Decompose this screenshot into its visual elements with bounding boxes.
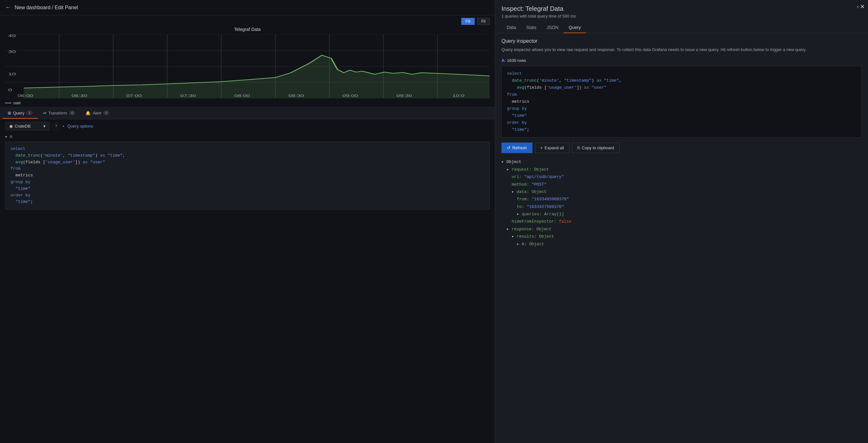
tree-results: ▸ results: Object	[512, 233, 862, 240]
refresh-icon: ↺	[507, 146, 510, 150]
transform-tab-icon: ⇌	[43, 111, 46, 116]
tree-data-key: data: Object	[517, 189, 547, 194]
datasource-name: CrateDB	[15, 124, 31, 129]
chart-area: 40 30 10 0 06:00 06:30 07:00 07:30 08:00…	[5, 34, 490, 105]
chevron-down-icon: ▾	[43, 124, 45, 129]
tree-view: ▸ Object ▸ request: Object url: "api/tsd…	[501, 158, 862, 248]
chart-title: Telegraf Data	[5, 27, 490, 32]
svg-text:30: 30	[8, 50, 16, 54]
svg-text:40: 40	[8, 34, 16, 38]
svg-marker-17	[24, 55, 490, 98]
tree-root-label: Object	[506, 159, 522, 164]
tree-from-key: from:	[517, 197, 529, 201]
query-inspector-desc: Query inspector allows you to view raw r…	[501, 46, 862, 53]
svg-text:07:30: 07:30	[180, 94, 196, 98]
alert-tab-badge: 0	[103, 111, 110, 115]
info-button[interactable]: ?	[52, 123, 60, 130]
tree-root[interactable]: ▸ Object	[501, 158, 862, 165]
tree-root-arrow[interactable]: ▸	[501, 159, 504, 164]
plus-icon: +	[540, 146, 543, 150]
inspect-header: Inspect: Telegraf Data 1 queries with to…	[495, 0, 868, 22]
copy-to-clipboard-button[interactable]: ⎘ Copy to clipboard	[572, 143, 620, 153]
svg-text:07:00: 07:00	[126, 94, 142, 98]
tab-query[interactable]: ⊞ Query 1	[3, 108, 38, 119]
transform-tab-badge: 0	[69, 111, 75, 115]
rows-info: A: 1630 rows	[501, 58, 862, 63]
chart-svg: 40 30 10 0 06:00 06:30 07:00 07:30 08:00…	[5, 34, 490, 98]
tree-url-val: "api/tsdb/query"	[524, 175, 564, 179]
inspect-subtitle: 1 queries with total query time of 580 m…	[501, 14, 862, 19]
clipboard-icon: ⎘	[578, 146, 580, 150]
tree-to-key: to:	[517, 204, 524, 209]
svg-text:0: 0	[8, 88, 12, 92]
query-tab-icon: ⊞	[8, 111, 11, 116]
tree-request: ▸ request: Object	[506, 166, 862, 173]
copy-label: Copy to clipboard	[582, 146, 614, 150]
tree-method: method: "POST"	[512, 181, 862, 188]
panel-arrow-left-button[interactable]: ‹	[857, 3, 859, 10]
inspect-tab-data[interactable]: Data	[501, 22, 521, 33]
tree-url-key: url:	[512, 175, 522, 179]
tab-transform[interactable]: ⇌ Transform 0	[38, 108, 81, 119]
transform-tab-label: Transform	[49, 111, 67, 116]
query-options-link[interactable]: Query options	[67, 124, 93, 129]
svg-text:10: 10	[8, 72, 16, 76]
fit-button[interactable]: Fit	[477, 18, 490, 25]
expand-all-button[interactable]: + Expand all	[535, 143, 569, 153]
sql-editor[interactable]: select date_trunc('minute', "timestamp")…	[5, 141, 490, 210]
inspect-body: Query inspector Query inspector allows y…	[495, 33, 868, 443]
tree-a-arrow[interactable]: ▸	[517, 242, 519, 247]
inspect-tab-json[interactable]: JSON	[541, 22, 563, 33]
rows-count-val: 1630 rows	[507, 58, 526, 63]
datasource-select[interactable]: ◉ CrateDB ▾	[5, 122, 50, 130]
datasource-row: ◉ CrateDB ▾ ? ▸ Query options	[5, 122, 490, 130]
svg-text:06:00: 06:00	[18, 94, 33, 98]
inspect-title: Inspect: Telegraf Data	[501, 5, 862, 12]
legend-label: user	[13, 101, 21, 105]
tree-method-key: method:	[512, 182, 529, 187]
tree-results-key: results: Object	[517, 234, 554, 239]
tree-from: from: "1633405909370"	[517, 195, 862, 203]
tab-alert[interactable]: 🔔 Alert 0	[81, 108, 115, 119]
tree-a: ▸ A: Object	[517, 241, 862, 248]
inspect-tab-stats[interactable]: Stats	[521, 22, 542, 33]
tree-method-val: "POST"	[531, 182, 547, 187]
panel-close-button[interactable]: ✕	[860, 3, 865, 10]
tree-response-key: response: Object	[512, 227, 552, 231]
svg-text:08:00: 08:00	[235, 94, 250, 98]
back-button[interactable]: ←	[5, 4, 11, 11]
query-letter: A	[9, 134, 12, 139]
tree-to-val: "1633427509370"	[527, 204, 564, 209]
tree-request-arrow[interactable]: ▸	[506, 167, 509, 172]
sql-code-block: select date_trunc('minute', "timestamp")…	[501, 66, 862, 138]
refresh-button[interactable]: ↺ Refresh	[501, 143, 532, 153]
svg-text:09:00: 09:00	[342, 94, 358, 98]
tree-hide-key: hideFromInspector:	[512, 219, 556, 224]
tree-queries-arrow[interactable]: ▸	[517, 212, 519, 217]
back-icon: ←	[5, 4, 11, 11]
chevron-right-icon: ▸	[63, 124, 65, 129]
fill-button[interactable]: Fill	[461, 18, 474, 25]
tree-to: to: "1633427509370"	[517, 203, 862, 211]
row-letter: A:	[501, 58, 506, 63]
tree-results-arrow[interactable]: ▸	[512, 234, 514, 239]
chart-legend: user	[5, 101, 490, 105]
query-tabs: ⊞ Query 1 ⇌ Transform 0 🔔 Alert 0	[0, 107, 495, 119]
query-tab-badge: 1	[26, 111, 33, 115]
tree-a-key: A: Object	[522, 242, 544, 247]
inspect-panel: ‹ ✕ Inspect: Telegraf Data 1 queries wit…	[495, 0, 868, 443]
crate-icon: ◉	[9, 124, 13, 129]
tree-url: url: "api/tsdb/query"	[512, 173, 862, 181]
alert-tab-label: Alert	[93, 111, 101, 116]
tree-queries: ▸ queries: Array[1]	[517, 211, 862, 218]
inspect-tab-query[interactable]: Query	[564, 22, 586, 33]
tree-data-arrow[interactable]: ▸	[512, 189, 514, 194]
collapse-button[interactable]: ▾	[5, 135, 7, 139]
tree-hide-val: false	[559, 219, 571, 224]
alert-tab-icon: 🔔	[86, 111, 91, 116]
svg-text:10:0: 10:0	[452, 94, 464, 98]
action-buttons: ↺ Refresh + Expand all ⎘ Copy to clipboa…	[501, 143, 862, 153]
tree-response-arrow[interactable]: ▸	[506, 227, 509, 231]
legend-line	[5, 103, 11, 103]
query-inspector-title: Query inspector	[501, 38, 862, 44]
